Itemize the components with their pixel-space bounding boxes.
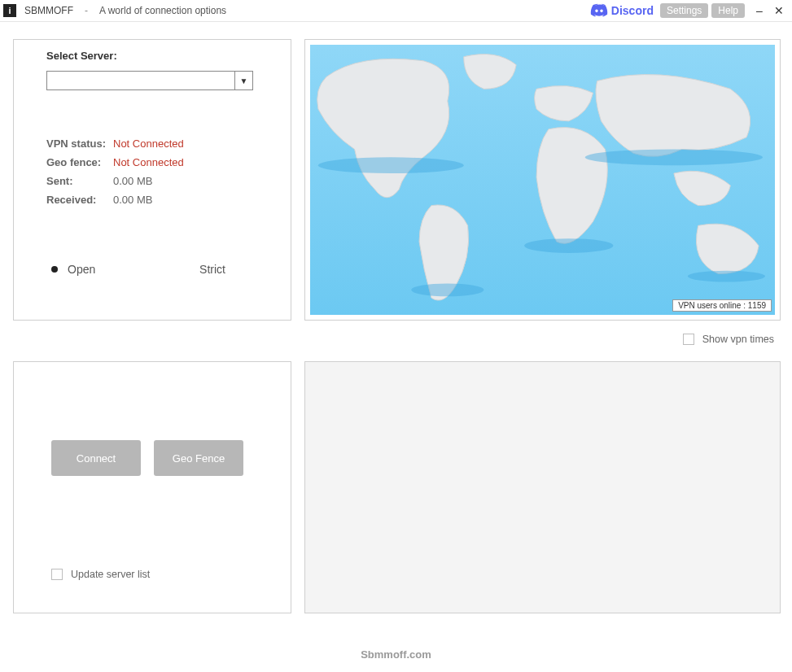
- vpn-users-online-badge: VPN users online : 1159: [672, 299, 772, 312]
- svg-point-2: [524, 238, 613, 253]
- vpn-status-value: Not Connected: [113, 137, 184, 150]
- geofence-button[interactable]: Geo Fence: [154, 440, 243, 476]
- nat-type-row: Open Strict: [51, 263, 258, 276]
- server-panel: Select Server: ▼ VPN status: Not Connect…: [13, 39, 291, 321]
- received-label: Received:: [46, 194, 113, 206]
- connect-button[interactable]: Connect: [51, 440, 141, 476]
- svg-point-0: [318, 157, 464, 173]
- sent-value: 0.00 MB: [113, 175, 152, 187]
- log-panel: [304, 361, 781, 613]
- geofence-status-value: Not Connected: [113, 156, 184, 168]
- footer-link[interactable]: Sbmmoff.com: [0, 648, 792, 661]
- chevron-down-icon: ▼: [234, 72, 252, 89]
- nat-open-label[interactable]: Open: [68, 263, 95, 276]
- svg-point-4: [688, 271, 765, 282]
- vpn-status-label: VPN status:: [46, 137, 113, 150]
- titlebar-divider: [0, 21, 792, 22]
- sent-label: Sent:: [46, 175, 113, 187]
- app-icon: i: [3, 4, 16, 17]
- nat-strict-label[interactable]: Strict: [199, 263, 225, 276]
- server-dropdown-value: [47, 72, 234, 89]
- discord-label: Discord: [611, 4, 654, 17]
- titlebar: i SBMMOFF - A world of connection option…: [0, 0, 792, 21]
- world-map-svg: [310, 45, 775, 315]
- received-value: 0.00 MB: [113, 194, 152, 206]
- actions-panel: Connect Geo Fence Update server list: [13, 361, 291, 613]
- discord-link[interactable]: Discord: [590, 2, 654, 20]
- map-panel: VPN users online : 1159: [304, 39, 781, 321]
- discord-icon: [590, 2, 608, 20]
- select-server-label: Select Server:: [46, 50, 117, 62]
- close-button[interactable]: ✕: [771, 4, 787, 17]
- title-separator: -: [85, 5, 88, 16]
- app-tagline: A world of connection options: [99, 5, 226, 16]
- show-vpn-times-label: Show vpn times: [702, 334, 774, 345]
- update-server-list-label: Update server list: [71, 569, 150, 580]
- app-name: SBMMOFF: [24, 5, 73, 16]
- status-block: VPN status: Not Connected Geo fence: Not…: [46, 137, 184, 212]
- nat-indicator-dot: [51, 266, 58, 273]
- minimize-button[interactable]: –: [751, 4, 768, 17]
- help-button[interactable]: Help: [711, 3, 745, 18]
- settings-button[interactable]: Settings: [660, 3, 708, 18]
- svg-point-1: [411, 283, 484, 296]
- server-dropdown[interactable]: ▼: [46, 71, 253, 90]
- checkbox-icon: [51, 569, 63, 580]
- show-vpn-times-checkbox[interactable]: Show vpn times: [683, 334, 774, 345]
- checkbox-icon: [683, 334, 694, 345]
- svg-point-3: [585, 149, 763, 165]
- world-map[interactable]: VPN users online : 1159: [310, 45, 775, 315]
- update-server-list-checkbox[interactable]: Update server list: [51, 569, 150, 580]
- geofence-status-label: Geo fence:: [46, 156, 113, 168]
- show-vpn-times-row: Show vpn times: [304, 334, 781, 345]
